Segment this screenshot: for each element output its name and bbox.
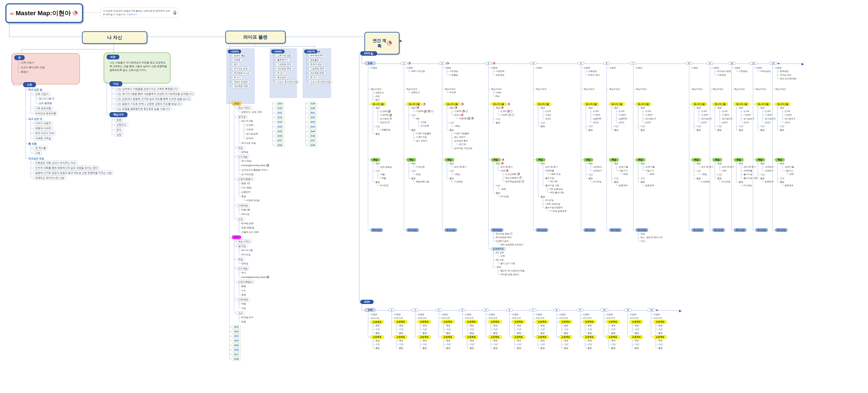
map-node[interactable]: 기간: [540, 343, 545, 346]
map-node[interactable]: 할일: [760, 128, 765, 132]
map-node[interactable]: 후원: [241, 195, 246, 198]
map-node[interactable]: 건강: [237, 217, 245, 221]
map-node[interactable]: 학업: [370, 158, 380, 162]
column-pill-month[interactable]: 10: [728, 62, 736, 65]
map-node[interactable]: 목표: [470, 339, 474, 342]
map-node[interactable]: 해외강연: [276, 76, 288, 79]
map-node[interactable]: 기말고사: [784, 169, 793, 172]
map-node[interactable]: 4회: [416, 117, 419, 120]
map-node[interactable]: 이벤트: [653, 313, 660, 316]
map-node[interactable]: 기간: [493, 328, 498, 331]
map-node[interactable]: 기간: [739, 125, 743, 128]
globe-icon[interactable]: [266, 275, 269, 279]
map-node[interactable]: 개인후원 10명: [232, 85, 249, 88]
map-node[interactable]: 부부 해외투어: [309, 54, 326, 57]
map-node[interactable]: 기간: [634, 328, 639, 331]
map-node[interactable]: 가족/재정: [237, 298, 250, 301]
map-node[interactable]: 기간: [423, 343, 427, 346]
map-node[interactable]: ~6월: [380, 173, 385, 176]
map-node[interactable]: 할일: [540, 195, 545, 198]
map-node[interactable]: 장소 정하기: [454, 135, 466, 139]
map-node[interactable]: 목표: [450, 106, 454, 109]
map-node[interactable]: 학업: [755, 158, 765, 162]
map-node[interactable]: 핵심키워드: [636, 88, 647, 91]
map-node[interactable]: 2048: [308, 143, 317, 147]
map-node[interactable]: 목표: [641, 106, 645, 109]
map-node[interactable]: 프로젝트: [512, 320, 525, 324]
map-node[interactable]: 2041: [308, 111, 317, 115]
map-node[interactable]: 아우디 자동차: [34, 121, 53, 125]
map-node[interactable]: 핵심키워드: [775, 88, 786, 91]
map-node[interactable]: 기관후원 10곳: [276, 63, 293, 66]
map-node[interactable]: 기초P30: [380, 113, 389, 117]
globe-icon[interactable]: [389, 113, 392, 117]
map-node[interactable]: 강사양성20: [246, 132, 258, 135]
map-node[interactable]: 지혜로운 대화 상대가 되어주는 아내: [34, 161, 77, 165]
column-pill-month[interactable]: 7: [530, 308, 536, 312]
map-node[interactable]: 기간: [780, 177, 784, 180]
map-node[interactable]: 기간: [614, 125, 618, 128]
map-node[interactable]: 기간: [517, 328, 521, 331]
map-node[interactable]: 할일: [540, 347, 545, 350]
map-node[interactable]: 하고 싶은 일: [28, 88, 42, 92]
map-node[interactable]: 기간: [411, 169, 415, 172]
map-node[interactable]: 목표: [446, 324, 451, 327]
map-node[interactable]: 기간: [614, 177, 618, 180]
map-node[interactable]: 할일: [564, 347, 568, 350]
map-node[interactable]: 2034: [275, 125, 284, 129]
map-node[interactable]: 책 쓰기: [276, 71, 286, 75]
map-node[interactable]: 이벤트: [394, 313, 401, 316]
map-node[interactable]: 기간: [717, 125, 721, 128]
map-node[interactable]: 프로젝트: [370, 335, 384, 339]
map-node[interactable]: 이벤트: [583, 313, 589, 316]
map-node[interactable]: 기간: [375, 169, 380, 172]
map-node[interactable]: 주1회: [421, 121, 426, 124]
map-node[interactable]: 목표: [540, 339, 545, 342]
map-node[interactable]: 4/2 실험실습: [550, 188, 563, 191]
map-node[interactable]: 이벤트: [636, 66, 642, 69]
map-node[interactable]: 2035: [275, 129, 284, 133]
map-node[interactable]: 간헐적 단식 16/8: [241, 230, 259, 234]
map-node[interactable]: 할일: [614, 128, 618, 132]
map-node[interactable]: 이벤트: [441, 313, 448, 316]
map-node[interactable]: 기간: [588, 173, 593, 176]
map-node[interactable]: 할일: [780, 128, 784, 132]
map-node[interactable]: 2044: [308, 125, 317, 129]
map-node[interactable]: 아이디어: [653, 317, 662, 320]
map-node[interactable]: 책 쓰기: [309, 76, 319, 79]
map-node[interactable]: 목표: [611, 339, 615, 342]
map-node[interactable]: 성장: [375, 95, 380, 98]
column-pill-month[interactable]: 12: [769, 62, 777, 65]
map-node[interactable]: 여행 2회: [241, 208, 250, 211]
map-node[interactable]: 4개 맵+설명 업로드: [500, 273, 520, 276]
map-node[interactable]: 할일: [411, 177, 415, 180]
map-node[interactable]: 기간: [696, 125, 701, 128]
map-node[interactable]: 에니어그램: [755, 102, 771, 106]
map-node[interactable]: 핵심키워드: [755, 88, 767, 91]
column-pill-month[interactable]: 10: [600, 308, 608, 312]
map-node[interactable]: 3/1 교육: [496, 251, 504, 254]
column-pill-month[interactable]: 7: [630, 62, 637, 65]
map-node[interactable]: 프로젝트: [653, 320, 667, 324]
map-node[interactable]: 교회반주: [241, 190, 251, 194]
map-node[interactable]: 핵심키워드: [609, 88, 620, 91]
map-node[interactable]: 2042: [308, 116, 317, 119]
map-node[interactable]: 강의10: [246, 137, 253, 140]
map-node[interactable]: 학업: [636, 158, 645, 162]
column-pill-month[interactable]: 8: [686, 62, 692, 65]
floating-note[interactable]: ※ 자세한 작성/관리 방법은 'PQ 플래닝 교육과정'에 참여하여 상세히 …: [100, 7, 179, 18]
map-node[interactable]: 목표: [588, 162, 593, 165]
map-node[interactable]: 할일: [611, 331, 615, 335]
map-node[interactable]: 독서모임: [584, 228, 596, 232]
map-node[interactable]: 기초P4: [701, 113, 708, 117]
map-node[interactable]: 학교사회복지: [505, 176, 518, 179]
map-node[interactable]: 기초P2: [784, 113, 792, 117]
globe-icon[interactable]: [266, 164, 269, 167]
map-node[interactable]: 목표: [540, 106, 545, 109]
map-node[interactable]: 이벤트: [536, 66, 542, 69]
globe-icon[interactable]: [424, 110, 427, 113]
map-node[interactable]: 에니어그램: [39, 97, 51, 100]
map-node[interactable]: 2시간/일: [545, 199, 554, 202]
map-node[interactable]: 성인학습및상담: [505, 180, 521, 183]
map-node[interactable]: 독서: [241, 271, 246, 274]
